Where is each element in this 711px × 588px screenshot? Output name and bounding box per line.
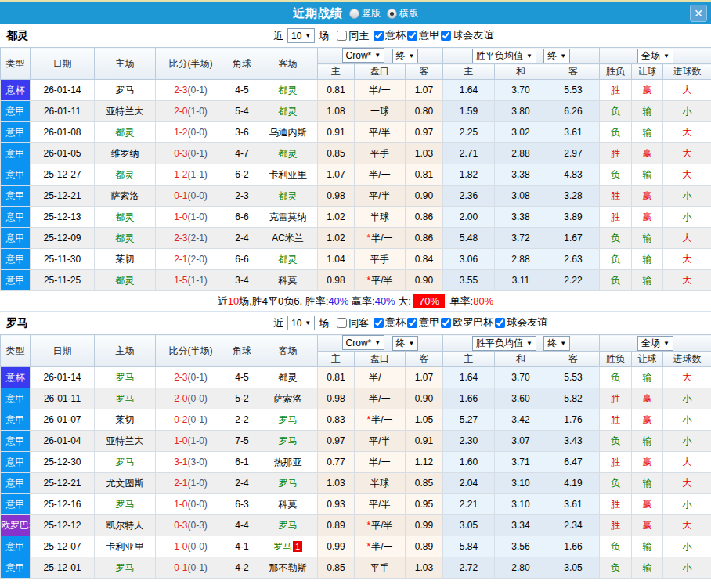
cell-handicap: *平/半 xyxy=(355,515,406,536)
checkbox-input[interactable] xyxy=(441,318,451,328)
checkbox-input[interactable] xyxy=(374,318,384,328)
match-row: 意甲26-01-05维罗纳0-3(0-1)4-7都灵0.85平手1.032.71… xyxy=(1,143,711,164)
section-header-torino: 都灵 近 10▼ 场 同主 意杯意甲球会友谊 xyxy=(0,24,711,47)
checkbox-input[interactable] xyxy=(441,31,451,41)
cell-asia-home-odds: 0.81 xyxy=(318,367,355,388)
cell-asia-home-odds: 1.07 xyxy=(318,164,355,186)
bookmaker-select[interactable]: Crow*▼ xyxy=(342,335,385,350)
cell-handicap: 平手 xyxy=(355,143,406,164)
match-row: 意甲25-12-07卡利亚里1-0(0-0)4-1罗马10.99*半/一0.89… xyxy=(1,536,711,557)
match-row: 意甲26-01-07莱切0-2(0-1)2-2罗马0.83*半/一1.055.2… xyxy=(1,409,711,431)
cell-result: 负 xyxy=(600,228,632,249)
league-badge: 意甲 xyxy=(1,249,31,270)
chevron-down-icon: ▼ xyxy=(663,52,669,60)
cell-corners: 4-5 xyxy=(226,80,258,101)
wdl-average-select[interactable]: 胜平负均值▼ xyxy=(472,336,536,351)
league-filter-group: 意杯意甲球会友谊 xyxy=(372,28,493,43)
same-venue-checkbox[interactable]: 同主 xyxy=(337,29,369,43)
cell-goals-result: 小 xyxy=(663,388,711,409)
section-header-roma: 罗马 近 10▼ 场 同客 意杯意甲欧罗巴杯球会友谊 xyxy=(0,312,711,334)
cell-handicap: *半/一 xyxy=(355,536,406,557)
cell-handicap: 半/一 xyxy=(355,452,406,473)
cell-handicap-result: 赢 xyxy=(632,494,663,515)
chevron-down-icon: ▼ xyxy=(374,339,381,346)
cell-corners: 6-6 xyxy=(226,207,258,228)
filter-league-label: 意杯 xyxy=(385,316,406,330)
cell-home-team: 罗马 xyxy=(95,367,156,388)
filter-league-checkbox[interactable]: 意杯 xyxy=(374,28,406,42)
wdl-average-select[interactable]: 胜平负均值▼ xyxy=(472,49,536,63)
cell-corners: 7-5 xyxy=(226,431,258,452)
cell-euro-win-odds: 2.71 xyxy=(443,143,495,164)
filter-league-checkbox[interactable]: 意甲 xyxy=(407,316,439,330)
cell-goals-result: 大 xyxy=(663,473,711,494)
cell-euro-win-odds: 1.66 xyxy=(443,388,495,409)
odds-time-select[interactable]: 终▼ xyxy=(543,49,570,63)
checkbox-input[interactable] xyxy=(337,318,347,328)
bookmaker-select[interactable]: Crow*▼ xyxy=(342,48,385,63)
cell-result: 负 xyxy=(600,249,632,270)
cell-handicap-result: 输 xyxy=(632,367,663,388)
cell-asia-home-odds: 0.91 xyxy=(318,122,355,143)
red-card-badge: 1 xyxy=(293,541,302,552)
cell-handicap-result: 赢 xyxy=(632,515,663,536)
same-venue-checkbox[interactable]: 同客 xyxy=(337,316,369,330)
changed-odds-asterisk: * xyxy=(366,233,370,243)
filter-prefix-label: 近 xyxy=(273,29,283,43)
summary-segment: 80% xyxy=(473,295,493,307)
match-row: 意杯26-01-14罗马2-3(0-1)4-5都灵0.81半/一1.071.64… xyxy=(1,367,711,388)
col-header-goals-result: 进球数 xyxy=(663,352,711,367)
cell-score: 0-3(0-3) xyxy=(156,515,226,536)
match-row: 意甲25-12-21萨索洛0-1(0-0)2-3都灵0.98平/半0.902.3… xyxy=(1,186,711,207)
layout-radio-vertical[interactable]: 竖版 xyxy=(349,7,381,20)
cell-score: 1-0(0-0) xyxy=(156,536,226,557)
cell-handicap-result: 赢 xyxy=(632,186,663,207)
cell-date: 26-01-07 xyxy=(31,409,95,431)
col-header-asia-home: 主 xyxy=(318,352,355,367)
col-header-home: 主场 xyxy=(95,335,156,367)
cell-handicap-result: 输 xyxy=(632,249,663,270)
cell-corners: 6-3 xyxy=(226,494,258,515)
summary-segment: 10 xyxy=(228,295,239,307)
cell-asia-home-odds: 0.89 xyxy=(318,515,355,536)
league-badge: 意甲 xyxy=(1,122,31,143)
filter-league-checkbox[interactable]: 意杯 xyxy=(374,316,406,330)
cell-asia-home-odds: 0.93 xyxy=(318,494,355,515)
checkbox-input[interactable] xyxy=(337,31,347,41)
checkbox-input[interactable] xyxy=(495,318,505,328)
cell-goals-result: 大 xyxy=(663,270,711,291)
checkbox-input[interactable] xyxy=(407,31,417,41)
cell-handicap: 半球 xyxy=(355,473,406,494)
odds-time-value: 终 xyxy=(396,49,406,63)
match-count-select[interactable]: 10▼ xyxy=(287,28,315,43)
cell-handicap: 半/一 xyxy=(355,367,406,388)
filter-league-checkbox[interactable]: 欧罗巴杯 xyxy=(441,316,493,330)
cell-asia-home-odds: 1.02 xyxy=(318,228,355,249)
checkbox-input[interactable] xyxy=(374,31,384,41)
cell-corners: 4-1 xyxy=(226,536,258,557)
odds-time-select[interactable]: 终▼ xyxy=(543,336,570,351)
close-icon[interactable]: ✕ xyxy=(690,5,707,22)
scope-select[interactable]: 全场▼ xyxy=(637,336,673,351)
cell-away-team: 克雷莫纳 xyxy=(258,207,318,228)
scope-select[interactable]: 全场▼ xyxy=(637,49,673,63)
cell-handicap-result: 输 xyxy=(632,122,663,143)
cell-home-team: 都灵 xyxy=(95,228,156,249)
cell-away-team: 热那亚 xyxy=(258,452,318,473)
cell-euro-lose-odds: 3.05 xyxy=(547,557,600,579)
cell-date: 25-12-09 xyxy=(31,228,95,249)
odds-time-select[interactable]: 终▼ xyxy=(392,49,419,63)
odds-time-select[interactable]: 终▼ xyxy=(392,336,419,351)
col-header-result: 胜负 xyxy=(600,352,632,367)
filter-league-checkbox[interactable]: 意甲 xyxy=(407,28,439,42)
filter-league-checkbox[interactable]: 球会友谊 xyxy=(441,28,493,42)
checkbox-input[interactable] xyxy=(407,318,417,328)
cell-asia-away-odds: 0.95 xyxy=(406,494,443,515)
match-count-select[interactable]: 10▼ xyxy=(287,316,315,330)
cell-away-team: 罗马 xyxy=(258,473,318,494)
cell-handicap-result: 输 xyxy=(632,557,663,579)
filter-league-checkbox[interactable]: 球会友谊 xyxy=(495,316,547,330)
cell-corners: 2-4 xyxy=(226,228,258,249)
match-row: 意甲25-11-30莱切2-1(2-0)6-6都灵1.04平手0.843.062… xyxy=(1,249,711,270)
layout-radio-horizontal[interactable]: 横版 xyxy=(387,7,418,20)
